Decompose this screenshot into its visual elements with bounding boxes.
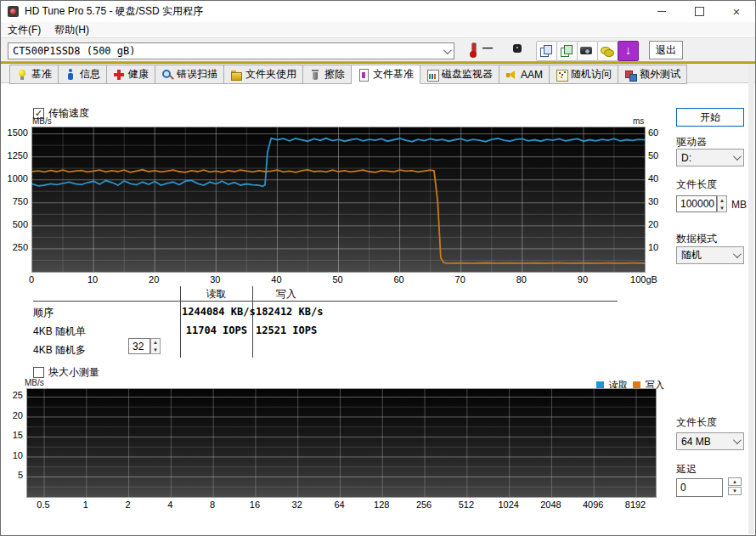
maximize-button[interactable] bbox=[680, 1, 718, 22]
spin-down-icon: ▼ bbox=[151, 347, 160, 354]
tab-label: 错误扫描 bbox=[177, 67, 217, 82]
y-tick-right: 20 bbox=[648, 219, 658, 229]
tab-label: 磁盘监视器 bbox=[442, 67, 493, 82]
camera-icon bbox=[580, 44, 592, 56]
start-button[interactable]: 开始 bbox=[676, 108, 744, 127]
tab-error-scan[interactable]: 错误扫描 bbox=[155, 65, 224, 84]
series-写入 bbox=[32, 170, 645, 263]
tab-file-benchmark[interactable]: 文件基准 bbox=[352, 65, 420, 84]
info-icon bbox=[65, 69, 76, 81]
chevron-down-icon bbox=[733, 250, 742, 258]
data-mode-label: 数据模式 bbox=[676, 232, 717, 246]
tab-random-access[interactable]: 随机访问 bbox=[550, 65, 618, 84]
data-mode-combo[interactable]: 随机 bbox=[676, 246, 744, 264]
temperature-value: — bbox=[482, 42, 493, 54]
window-title: HD Tune Pro 5.75 - 硬盘/SSD 实用程序 bbox=[25, 4, 203, 19]
transfer-speed-checkbox[interactable]: ✓ 传输速度 bbox=[33, 106, 89, 121]
tab-label: 擦除 bbox=[324, 67, 345, 82]
tab-aam[interactable]: AAM bbox=[499, 65, 550, 84]
y-axis-unit-right: ms bbox=[633, 116, 644, 126]
magnifier-icon bbox=[161, 69, 173, 81]
x-tick-label: 30 bbox=[210, 274, 220, 285]
x-tick-label: 8192 bbox=[625, 499, 646, 510]
tab-label: 随机访问 bbox=[571, 67, 612, 82]
x-tick-label: 0.5 bbox=[37, 499, 49, 510]
legend-swatch bbox=[596, 381, 604, 389]
toolbar: CT500P1SSD8 (500 gB) — ↓ 退出 bbox=[1, 37, 755, 62]
queue-depth-input[interactable]: 32 bbox=[128, 338, 150, 354]
x-tick-label: 2048 bbox=[540, 499, 561, 510]
tab-health[interactable]: 健康 bbox=[107, 65, 155, 84]
tab-label: 信息 bbox=[80, 67, 100, 82]
copy-image-button[interactable] bbox=[556, 41, 578, 61]
update-download-button[interactable]: ↓ bbox=[618, 41, 639, 61]
block-size-checkbox[interactable]: 块大小测量 bbox=[33, 365, 99, 380]
drive-select-combo[interactable]: CT500P1SSD8 (500 gB) bbox=[8, 42, 454, 59]
copy-image-icon bbox=[560, 44, 572, 56]
delay-stepper[interactable]: ▲ ▼ bbox=[728, 477, 742, 496]
x-tick-label: 100gB bbox=[630, 274, 657, 285]
y-tick-right: 40 bbox=[648, 173, 658, 183]
tab-label: 基准 bbox=[31, 67, 52, 82]
delay-input[interactable]: 0 bbox=[676, 478, 723, 497]
tab-erase[interactable]: 擦除 bbox=[303, 65, 352, 84]
x-tick-label: 8 bbox=[210, 499, 215, 510]
temperature-icon bbox=[466, 42, 478, 54]
tab-info[interactable]: 信息 bbox=[59, 65, 107, 84]
write-column-header: 写入 bbox=[256, 287, 317, 302]
y-tick-label: 10 bbox=[1, 450, 23, 460]
x-tick-label: 4 bbox=[167, 499, 172, 510]
legend-label: 读取 bbox=[609, 379, 628, 392]
copy-text-button[interactable] bbox=[536, 41, 557, 61]
screenshot-button[interactable] bbox=[577, 41, 598, 61]
spin-down-icon: ▼ bbox=[718, 204, 726, 212]
x-tick-label: 70 bbox=[455, 274, 465, 285]
x-tick-label: 1024 bbox=[498, 499, 518, 510]
file-length2-combo[interactable]: 64 MB bbox=[676, 432, 744, 450]
minimize-button[interactable] bbox=[643, 1, 680, 22]
x-tick-label: 128 bbox=[374, 499, 389, 510]
queue-depth-stepper[interactable]: ▲ ▼ bbox=[150, 338, 161, 354]
legend-label: 写入 bbox=[646, 379, 664, 392]
legend-swatch bbox=[633, 381, 640, 389]
file-length-input[interactable]: 100000 bbox=[676, 195, 717, 212]
spin-up-icon: ▲ bbox=[151, 339, 160, 347]
block-size-chart bbox=[26, 388, 657, 498]
spin-up-icon: ▲ bbox=[718, 196, 726, 204]
tab-disk-monitor[interactable]: 磁盘监视器 bbox=[420, 65, 499, 84]
x-tick-label: 512 bbox=[459, 499, 474, 510]
trash-icon bbox=[309, 69, 321, 81]
chevron-down-icon bbox=[443, 46, 452, 54]
y-tick-left: 500 bbox=[3, 219, 28, 229]
file-length-value: 100000 bbox=[680, 198, 714, 210]
spin-up-icon: ▲ bbox=[728, 477, 742, 486]
table-divider bbox=[252, 286, 253, 358]
start-button-label: 开始 bbox=[700, 110, 720, 125]
tab-folder-usage[interactable]: 文件夹使用 bbox=[224, 65, 303, 84]
checkbox-unchecked-icon bbox=[33, 367, 44, 378]
exit-button[interactable]: 退出 bbox=[649, 41, 683, 59]
x-tick-label: 0 bbox=[29, 274, 34, 285]
buy-button[interactable] bbox=[597, 41, 618, 61]
tab-extra-tests[interactable]: 额外测试 bbox=[618, 65, 687, 84]
tab-benchmark[interactable]: 基准 bbox=[9, 65, 59, 84]
drive-combo[interactable]: D: bbox=[676, 149, 744, 166]
drive-combo-value: D: bbox=[681, 152, 691, 164]
tab-label: AAM bbox=[521, 69, 543, 81]
app-icon bbox=[8, 6, 20, 18]
menubar: 文件(F) 帮助(H) bbox=[1, 22, 755, 37]
menu-help[interactable]: 帮助(H) bbox=[48, 22, 96, 37]
y-tick-left: 750 bbox=[3, 196, 28, 206]
hdtune-window: HD Tune Pro 5.75 - 硬盘/SSD 实用程序 × 文件(F) 帮… bbox=[0, 0, 756, 536]
x-tick-label: 50 bbox=[332, 274, 342, 285]
maximize-icon bbox=[695, 7, 704, 16]
close-button[interactable]: × bbox=[718, 1, 755, 22]
4kb-single-write-value: 12521 IOPS bbox=[256, 324, 317, 336]
file-length-stepper[interactable]: ▲ ▼ bbox=[717, 195, 727, 212]
chevron-down-icon bbox=[733, 152, 742, 161]
chevron-down-icon bbox=[733, 436, 742, 444]
4kb-single-read-value: 11704 IOPS bbox=[182, 324, 247, 336]
x-tick-label: 90 bbox=[578, 274, 588, 285]
table-divider bbox=[180, 286, 181, 358]
menu-file[interactable]: 文件(F) bbox=[1, 22, 48, 37]
